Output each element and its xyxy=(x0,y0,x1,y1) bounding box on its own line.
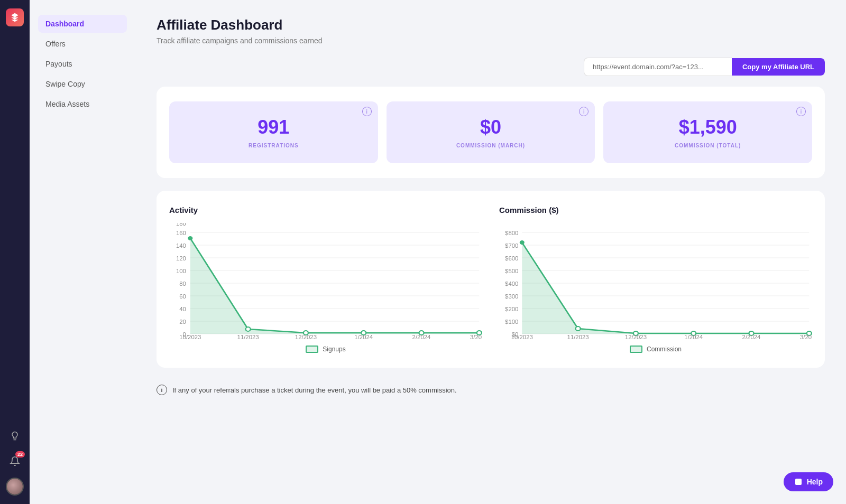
svg-point-21 xyxy=(246,327,251,331)
stat-card-commission-total: i $1,590 COMMISSION (TOTAL) xyxy=(603,101,812,163)
svg-text:3/2024: 3/2024 xyxy=(800,334,812,339)
bell-icon-btn[interactable]: 22 xyxy=(6,452,24,470)
stat-card-commission-march: i $0 COMMISSION (MARCH) xyxy=(387,101,595,163)
svg-text:11/2023: 11/2023 xyxy=(237,334,259,339)
registrations-label: REGISTRATIONS xyxy=(249,143,298,148)
commission-total-info-icon[interactable]: i xyxy=(796,107,806,116)
svg-text:10/2023: 10/2023 xyxy=(179,334,201,339)
activity-chart-area: 0 20 40 60 80 100 120 140 160 180 xyxy=(169,223,482,339)
svg-text:120: 120 xyxy=(176,256,186,262)
svg-text:100: 100 xyxy=(176,268,186,274)
svg-text:2/2024: 2/2024 xyxy=(412,334,431,339)
activity-chart-legend: Signups xyxy=(169,346,482,353)
sidebar-item-media-assets[interactable]: Media Assets xyxy=(38,95,127,113)
affiliate-url-input[interactable] xyxy=(584,58,732,76)
svg-point-52 xyxy=(576,326,581,331)
info-note: i If any of your referrals purchase a ti… xyxy=(157,380,825,399)
activity-chart: Activity 0 20 40 60 80 100 120 140 160 1… xyxy=(169,206,482,353)
svg-text:12/2023: 12/2023 xyxy=(625,334,647,339)
svg-rect-63 xyxy=(795,479,802,485)
lightbulb-icon-btn[interactable] xyxy=(6,427,24,445)
svg-text:$700: $700 xyxy=(505,243,518,249)
svg-text:$200: $200 xyxy=(505,306,518,312)
activity-legend-box xyxy=(306,346,318,353)
commission-chart: Commission ($) $0 $100 $200 $300 $400 $5… xyxy=(499,206,812,353)
svg-text:$800: $800 xyxy=(505,230,518,236)
svg-text:1/2024: 1/2024 xyxy=(684,334,703,339)
main-content: Affiliate Dashboard Track affiliate camp… xyxy=(135,0,846,504)
registrations-info-icon[interactable]: i xyxy=(362,107,372,116)
commission-chart-legend: Commission xyxy=(499,346,812,353)
stats-row: i 991 REGISTRATIONS i $0 COMMISSION (MAR… xyxy=(169,101,812,163)
info-icon: i xyxy=(157,385,167,395)
sidebar-item-dashboard[interactable]: Dashboard xyxy=(38,15,127,33)
sidebar-item-payouts[interactable]: Payouts xyxy=(38,55,127,73)
activity-chart-title: Activity xyxy=(169,206,482,214)
icon-bar: 22 xyxy=(0,0,30,504)
sidebar: Dashboard Offers Payouts Swipe Copy Medi… xyxy=(30,0,135,504)
commission-legend-box xyxy=(630,346,642,353)
help-button[interactable]: Help xyxy=(784,472,833,491)
svg-text:11/2023: 11/2023 xyxy=(567,334,589,339)
svg-text:$600: $600 xyxy=(505,256,518,262)
svg-point-20 xyxy=(188,236,192,240)
svg-text:140: 140 xyxy=(176,243,186,249)
commission-total-label: COMMISSION (TOTAL) xyxy=(675,143,741,148)
commission-march-label: COMMISSION (MARCH) xyxy=(456,143,525,148)
svg-text:10/2023: 10/2023 xyxy=(511,334,533,339)
app-logo xyxy=(6,8,24,26)
commission-march-info-icon[interactable]: i xyxy=(579,107,588,116)
commission-legend-label: Commission xyxy=(647,346,682,353)
sidebar-item-swipe-copy[interactable]: Swipe Copy xyxy=(38,75,127,93)
charts-section: Activity 0 20 40 60 80 100 120 140 160 1… xyxy=(157,191,825,368)
copy-affiliate-url-button[interactable]: Copy my Affiliate URL xyxy=(732,58,825,76)
stat-card-registrations: i 991 REGISTRATIONS xyxy=(169,101,378,163)
svg-point-64 xyxy=(798,483,798,484)
svg-text:20: 20 xyxy=(179,319,186,325)
svg-text:$100: $100 xyxy=(505,319,518,325)
commission-total-value: $1,590 xyxy=(679,116,737,138)
activity-legend-label: Signups xyxy=(323,346,345,353)
commission-march-value: $0 xyxy=(480,116,501,138)
svg-marker-19 xyxy=(190,238,479,334)
svg-marker-50 xyxy=(522,242,809,334)
svg-text:2/2024: 2/2024 xyxy=(742,334,761,339)
notification-badge: 22 xyxy=(15,451,25,458)
user-avatar[interactable] xyxy=(6,478,24,496)
svg-text:180: 180 xyxy=(176,223,186,227)
svg-text:$400: $400 xyxy=(505,281,518,287)
commission-chart-area: $0 $100 $200 $300 $400 $500 $600 $700 $8… xyxy=(499,223,812,339)
page-title: Affiliate Dashboard xyxy=(157,17,825,33)
svg-text:$300: $300 xyxy=(505,294,518,300)
svg-text:60: 60 xyxy=(179,294,186,300)
svg-text:3/2024: 3/2024 xyxy=(470,334,482,339)
help-button-label: Help xyxy=(807,478,823,486)
svg-text:40: 40 xyxy=(179,306,186,312)
svg-text:160: 160 xyxy=(176,230,186,236)
stats-section: i 991 REGISTRATIONS i $0 COMMISSION (MAR… xyxy=(157,87,825,178)
registrations-value: 991 xyxy=(258,116,289,138)
info-note-text: If any of your referrals purchase a tick… xyxy=(172,386,457,394)
page-subtitle: Track affiliate campaigns and commission… xyxy=(157,36,825,45)
icon-bar-bottom: 22 xyxy=(6,427,24,496)
commission-chart-title: Commission ($) xyxy=(499,206,812,214)
svg-text:80: 80 xyxy=(179,281,186,287)
svg-text:1/2024: 1/2024 xyxy=(354,334,373,339)
svg-text:12/2023: 12/2023 xyxy=(295,334,317,339)
help-icon xyxy=(794,478,803,486)
svg-point-51 xyxy=(520,240,525,245)
affiliate-url-row: Copy my Affiliate URL xyxy=(157,58,825,76)
svg-text:$500: $500 xyxy=(505,268,518,274)
sidebar-item-offers[interactable]: Offers xyxy=(38,35,127,53)
